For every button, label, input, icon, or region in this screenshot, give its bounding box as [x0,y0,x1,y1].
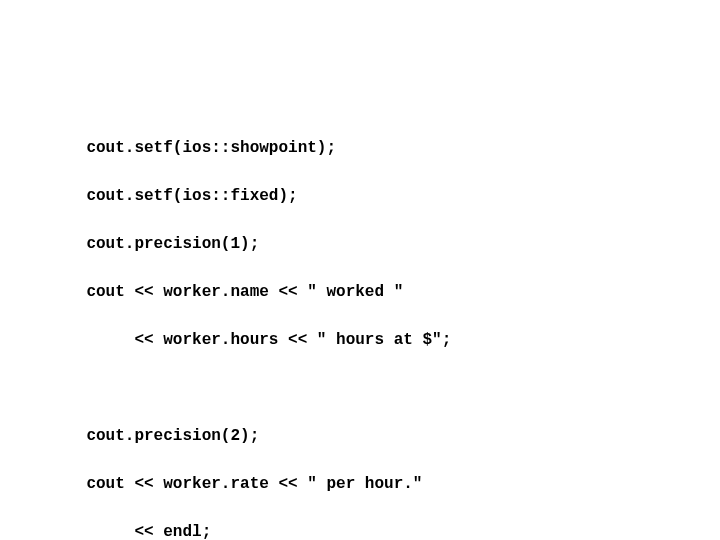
code-line: cout.setf(ios::fixed); [48,184,720,208]
code-snippet: cout.setf(ios::showpoint); cout.setf(ios… [0,0,720,540]
code-line: << endl; [48,520,720,540]
code-line: cout << worker.rate << " per hour." [48,472,720,496]
code-line: << worker.hours << " hours at $"; [48,328,720,352]
code-line: cout << worker.name << " worked " [48,280,720,304]
blank-line [48,376,720,400]
code-line: cout.setf(ios::showpoint); [48,136,720,160]
code-line: cout.precision(1); [48,232,720,256]
code-line: cout.precision(2); [48,424,720,448]
